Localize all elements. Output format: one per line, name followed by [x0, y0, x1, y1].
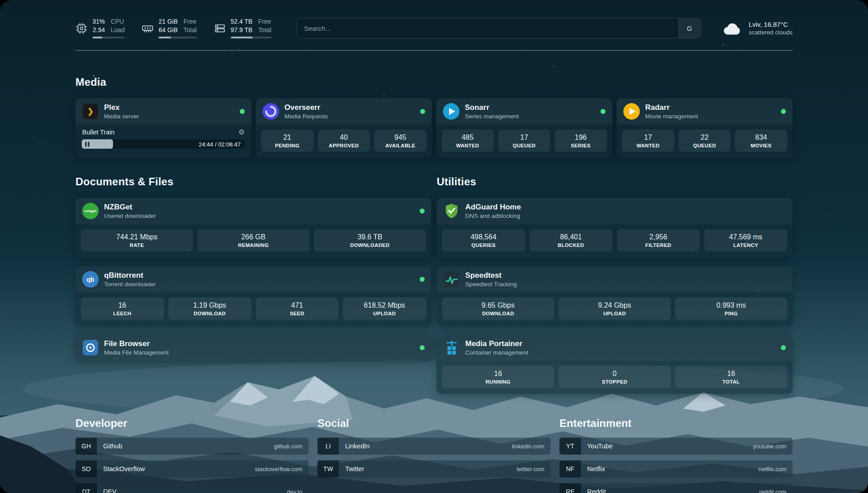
- utilities-section-title: Utilities: [437, 175, 793, 188]
- bookmark-item[interactable]: SO StackOverflow stackoverflow.com: [75, 460, 309, 477]
- service-stats: 485 WANTED 17 QUEUED 196 SERIES: [436, 125, 612, 158]
- cpu-progress-track: [92, 37, 125, 38]
- bookmark-abbr: GH: [75, 438, 97, 455]
- stat-label: QUEUED: [680, 143, 729, 148]
- stat-box: 9.65 Gbps DOWNLOAD: [442, 297, 554, 320]
- memory-free-label: Free: [184, 18, 197, 26]
- bookmark-item[interactable]: YT YouTube youtube.com: [559, 438, 793, 455]
- stat-label: PING: [677, 311, 785, 316]
- stat-box: 22 QUEUED: [679, 130, 731, 152]
- disk-total-value: 97.9 TB: [231, 26, 253, 34]
- bookmark-list: GH Github github.com SO StackOverflow st…: [75, 438, 309, 493]
- service-link-adguard[interactable]: AdGuard Home DNS and adblocking: [437, 198, 793, 224]
- resource-widgets: 31% CPU 2.94 Load: [75, 18, 271, 38]
- service-name: Radarr: [645, 103, 776, 112]
- service-card-sonarr: Sonarr Series management 485 WANTED 17 Q…: [436, 98, 612, 158]
- service-card-portainer: Media Portainer Container management 16 …: [437, 334, 793, 394]
- radarr-icon: [623, 103, 640, 120]
- now-playing-time: 24:44 / 02:06:47: [199, 141, 241, 147]
- stat-value: 834: [737, 134, 785, 142]
- bookmark-abbr: LI: [317, 438, 339, 455]
- bookmark-url: dev.to: [287, 483, 309, 493]
- stat-value: 266 GB: [199, 233, 308, 241]
- service-name: NZBGet: [104, 203, 414, 212]
- bookmark-item[interactable]: TW Twitter twitter.com: [317, 460, 551, 477]
- bookmark-abbr: YT: [559, 438, 581, 455]
- bookmark-url: github.com: [274, 438, 309, 455]
- stat-label: PENDING: [263, 143, 312, 148]
- service-link-overseerr[interactable]: Overseerr Media Requests: [256, 98, 432, 125]
- memory-total-value: 64 GiB: [159, 26, 178, 34]
- service-name: Media Portainer: [465, 339, 776, 348]
- service-link-filebrowser[interactable]: File Browser Media File Management: [75, 334, 431, 361]
- status-dot: [601, 109, 605, 114]
- bookmark-item[interactable]: NF Netflix netflix.com: [559, 460, 793, 477]
- stat-label: RATE: [83, 242, 191, 248]
- service-card-overseerr: Overseerr Media Requests 21 PENDING 40 A…: [256, 98, 432, 158]
- stat-box: 0.993 ms PING: [675, 297, 787, 320]
- stat-box: 16 LEECH: [81, 297, 164, 320]
- bookmark-group-entertainment: Entertainment YT YouTube youtube.com NF …: [559, 417, 793, 493]
- service-desc: Usenet downloader: [104, 213, 414, 219]
- service-desc: Media Requests: [284, 113, 415, 120]
- stat-value: 0.993 ms: [677, 301, 785, 309]
- service-name: File Browser: [104, 339, 414, 348]
- service-link-speedtest[interactable]: Speedtest Speedtest Tracking: [437, 266, 793, 292]
- service-link-radarr[interactable]: Radarr Movie management: [617, 98, 793, 125]
- disk-total-label: Total: [258, 26, 271, 34]
- entertainment-group-title: Entertainment: [559, 417, 793, 430]
- dashboard-screen: 31% CPU 2.94 Load: [0, 0, 868, 493]
- memory-free-value: 21 GiB: [159, 18, 178, 26]
- service-stats: 17 WANTED 22 QUEUED 834 MOVIES: [617, 125, 793, 158]
- service-link-portainer[interactable]: Media Portainer Container management: [437, 334, 793, 361]
- qbittorrent-icon: qb: [82, 271, 99, 288]
- stat-label: APPROVED: [320, 143, 368, 148]
- stat-value: 16: [677, 370, 785, 378]
- bookmark-name: Twitter: [339, 460, 364, 477]
- bookmark-item[interactable]: LI LinkedIn linkedin.com: [317, 438, 551, 455]
- stat-value: 2,956: [619, 233, 698, 241]
- memory-progress-track: [159, 37, 196, 38]
- stat-box: 40 APPROVED: [318, 130, 370, 152]
- section-documents: Documents & Files nzbget NZBGet Usenet d…: [75, 175, 431, 361]
- search-provider-button[interactable]: G: [678, 18, 701, 38]
- service-desc: DNS and adblocking: [465, 213, 786, 219]
- stat-value: 945: [376, 134, 425, 142]
- service-name: AdGuard Home: [465, 203, 786, 212]
- stat-value: 17: [624, 134, 672, 142]
- stat-label: QUERIES: [444, 242, 523, 248]
- cpu-load-value: 2.94: [92, 26, 105, 34]
- now-playing-progress-track[interactable]: 24:44 / 02:06:47: [82, 139, 245, 149]
- service-card-qbittorrent: qb qBittorrent Torrent downloader 16 LEE…: [75, 266, 431, 326]
- memory-total-label: Total: [184, 26, 197, 34]
- search-input[interactable]: [296, 18, 701, 38]
- service-desc: Series management: [465, 113, 595, 120]
- stat-label: TOTAL: [677, 379, 785, 384]
- disk-progress-fill: [231, 37, 253, 38]
- service-link-sonarr[interactable]: Sonarr Series management: [436, 98, 612, 125]
- stat-box: 266 GB REMAINING: [197, 229, 309, 251]
- service-link-nzbget[interactable]: nzbget NZBGet Usenet downloader: [75, 198, 431, 224]
- service-name: Plex: [104, 103, 234, 112]
- pause-icon[interactable]: [85, 142, 89, 146]
- service-stats: 21 PENDING 40 APPROVED 945 AVAILABLE: [256, 125, 432, 158]
- bookmark-item[interactable]: DT DEV dev.to: [75, 483, 309, 493]
- status-dot: [781, 345, 786, 350]
- bookmark-url: reddit.com: [759, 483, 793, 493]
- gear-icon[interactable]: ⚙: [238, 129, 245, 136]
- bookmark-item[interactable]: RE Reddit reddit.com: [559, 483, 793, 493]
- service-link-qbittorrent[interactable]: qb qBittorrent Torrent downloader: [75, 266, 431, 292]
- section-media: Media ❯ Plex Media server Bullet Train ⚙: [75, 76, 793, 158]
- stat-box: 196 SERIES: [555, 130, 607, 152]
- status-dot: [781, 109, 786, 114]
- service-desc: Speedtest Tracking: [465, 281, 786, 288]
- service-link-plex[interactable]: ❯ Plex Media server: [75, 98, 251, 125]
- search-bar: G: [296, 18, 701, 38]
- service-stats: 16 RUNNING 0 STOPPED 16 TOTAL: [437, 361, 793, 394]
- stat-label: FILTERED: [619, 242, 698, 248]
- stat-label: LATENCY: [706, 242, 785, 248]
- bookmark-item[interactable]: GH Github github.com: [75, 438, 309, 455]
- stat-box: 17 QUEUED: [498, 130, 551, 152]
- overseerr-icon: [263, 103, 279, 120]
- stat-label: QUEUED: [500, 143, 549, 148]
